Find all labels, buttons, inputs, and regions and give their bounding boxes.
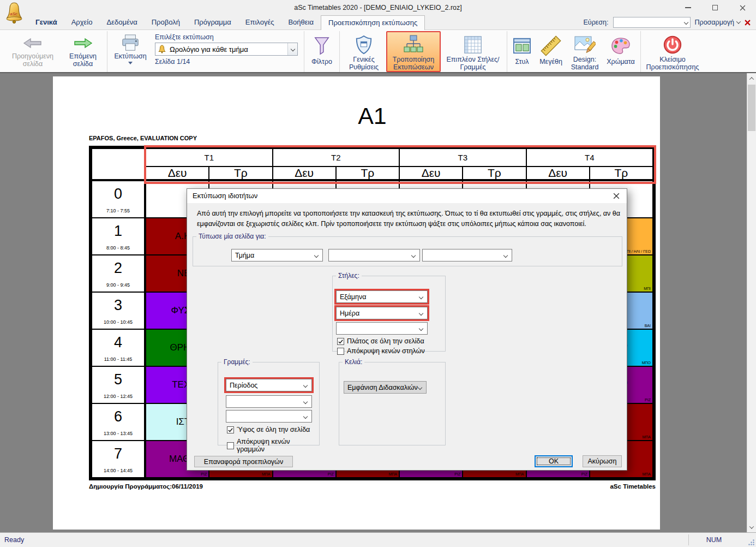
- teacher-code: ΜΠΑ: [262, 472, 271, 476]
- rows-combo-3[interactable]: [226, 410, 312, 423]
- colors-button[interactable]: Χρώματα: [603, 31, 639, 72]
- columns-combo-2[interactable]: Ημέρα: [336, 307, 428, 319]
- group-header-cell: T4: [526, 148, 653, 167]
- app-window: aSc Timetables 2020 - [DEMO_ENIAIO_LYKEI…: [0, 0, 756, 547]
- previous-page-button[interactable]: Προηγούμενη σελίδα: [5, 31, 61, 72]
- dialog-description: Από αυτή την επιλογή μπορείτε να τροποπο…: [197, 209, 620, 229]
- style-label: Στυλ: [515, 58, 529, 66]
- group-header-cell: T2: [273, 148, 400, 167]
- teacher-code: ΡΙΖ: [454, 472, 460, 476]
- filter-button[interactable]: Φίλτρο: [306, 31, 338, 72]
- teacher-code: ΜΠΙ: [644, 287, 651, 290]
- checkbox-width-whole-page[interactable]: Πλάτος σε όλη την σελίδα: [337, 337, 424, 345]
- period-number: 0: [92, 186, 144, 203]
- combo-arrow-button[interactable]: [287, 43, 297, 55]
- teacher-code: ΒΑΙ: [645, 324, 651, 328]
- extra-columns-rows-button[interactable]: Επιπλέον Στήλες/Γραμμές: [441, 31, 505, 72]
- page-for-combo-2[interactable]: [328, 249, 420, 261]
- teacher-code: ΡΙΖ: [645, 398, 651, 402]
- reset-defaults-button[interactable]: Επαναφορά προεπιλογών: [194, 456, 293, 467]
- menu-dedomena[interactable]: Δεδομένα: [99, 15, 144, 29]
- minimize-button[interactable]: [681, 2, 695, 14]
- chevron-down-icon: [303, 400, 308, 404]
- menu-epiloges[interactable]: Επιλογές: [238, 15, 281, 29]
- group-legend: Κελιά:: [343, 358, 364, 366]
- print-button[interactable]: Εκτύπωση: [109, 31, 152, 72]
- close-preview-button[interactable]: Κλείσιμο Προεπισκόπησης: [643, 31, 703, 72]
- page-for-combo-3[interactable]: [422, 249, 512, 261]
- ok-button[interactable]: OK: [535, 455, 573, 467]
- tab-print-preview[interactable]: Προεπισκόπηση εκτύπωσης: [321, 15, 425, 30]
- power-icon: [662, 34, 683, 56]
- vertical-scrollbar[interactable]: [747, 73, 756, 532]
- period-cell: 07:10 - 7:55: [92, 181, 146, 218]
- columns-combo-3[interactable]: [336, 322, 428, 335]
- status-bar: Ready NUM: [0, 532, 756, 547]
- sizes-button[interactable]: Μεγέθη: [535, 31, 567, 72]
- rows-combo-1[interactable]: Περίοδος: [226, 379, 312, 391]
- period-time: 13:00 - 13:45: [92, 431, 144, 436]
- resize-grip-icon[interactable]: [748, 539, 755, 546]
- period-time: 12:00 - 12:45: [92, 394, 144, 399]
- menu-provoli[interactable]: Προβολή: [145, 15, 187, 29]
- checkbox-label: Απόκρυψη κενών στηλών: [347, 347, 425, 355]
- find-label: Εύρεση:: [584, 19, 609, 26]
- scroll-down-button[interactable]: [747, 522, 756, 532]
- group-header-cell: T1: [146, 148, 273, 167]
- shield-icon: [355, 34, 373, 56]
- period-cell: 310:00 - 10:45: [92, 292, 146, 329]
- teacher-code: ΜΠΑ: [642, 435, 651, 439]
- menu-genika[interactable]: Γενικά: [28, 15, 64, 29]
- find-input[interactable]: [613, 17, 691, 28]
- period-time: 8:00 - 8:45: [92, 245, 144, 251]
- print-selection-combo[interactable]: Ωρολόγιο για κάθε τμήμα: [155, 43, 298, 56]
- close-button[interactable]: [735, 2, 749, 14]
- columns-combo-1[interactable]: Εξάμηνα: [336, 290, 428, 303]
- previous-page-label: Προηγούμενη σελίδα: [7, 52, 59, 68]
- reset-defaults-label: Επαναφορά προεπιλογών: [204, 458, 283, 466]
- period-number: 5: [92, 371, 144, 388]
- day-header-cell: Δευ: [146, 167, 209, 181]
- menu-programma[interactable]: Πρόγραμμα: [187, 15, 238, 29]
- rows-combo-2[interactable]: [226, 395, 312, 408]
- teacher-code: ΜΠΙ / ΗΛΙ / ΓΕΩ: [623, 249, 651, 253]
- day-header-cell: Δευ: [399, 167, 463, 181]
- arrow-right-icon: [72, 34, 94, 52]
- checkbox-height-whole-page[interactable]: Ύψος σε όλη την σελίδα: [227, 426, 310, 433]
- funnel-icon: [313, 34, 331, 58]
- teacher-code: ΜΠΑ: [642, 472, 651, 476]
- next-page-button[interactable]: Επόμενη σελίδα: [61, 31, 105, 72]
- cells-combo[interactable]: Εμφάνιση Διδασκαλιών: [344, 381, 427, 394]
- design-button[interactable]: Design: Standard: [567, 31, 603, 72]
- minimize-icon: [685, 7, 691, 8]
- dialog-close-button[interactable]: [609, 191, 623, 201]
- group-legend: Τύπωσε μία σελίδα για:: [196, 233, 268, 240]
- customize-close-icon[interactable]: [745, 20, 751, 26]
- menu-arxeio[interactable]: Αρχείο: [64, 15, 100, 29]
- filter-label: Φίλτρο: [311, 58, 332, 66]
- period-cell: 18:00 - 8:45: [92, 218, 146, 255]
- chevron-down-icon: [683, 20, 688, 25]
- close-icon: [740, 5, 746, 11]
- chevron-down-icon: [303, 414, 308, 419]
- checkbox-label: Πλάτος σε όλη την σελίδα: [347, 337, 424, 345]
- checkbox-hide-empty-rows[interactable]: Απόκρυψη κενών γραμμών: [227, 438, 319, 453]
- general-settings-button[interactable]: Γενικές Ρυθμίσεις: [341, 31, 386, 72]
- style-button[interactable]: Στυλ: [509, 31, 535, 72]
- chevron-down-icon: [419, 326, 423, 331]
- arrow-left-icon: [22, 34, 44, 52]
- cancel-button[interactable]: Ακύρωση: [583, 455, 622, 467]
- page-for-combo-1[interactable]: Τμήμα: [231, 249, 323, 261]
- scrollbar-thumb[interactable]: [748, 85, 755, 131]
- menu-voithia[interactable]: Βοήθεια: [281, 15, 321, 29]
- modify-prints-button[interactable]: Τροποποίηση Εκτυπώσεων: [386, 31, 441, 72]
- maximize-button[interactable]: [708, 2, 722, 14]
- day-header-cell: Τρ: [336, 167, 399, 181]
- period-time: 7:10 - 7:55: [92, 208, 144, 213]
- checkbox-hide-empty-columns[interactable]: Απόκρυψη κενών στηλών: [337, 347, 425, 355]
- period-cell: 512:00 - 12:45: [92, 366, 146, 403]
- num-lock-indicator: NUM: [688, 533, 740, 547]
- group-header-cell: T3: [399, 148, 526, 167]
- customize-button[interactable]: Προσαρμογή: [695, 19, 741, 26]
- scroll-up-button[interactable]: [747, 74, 756, 83]
